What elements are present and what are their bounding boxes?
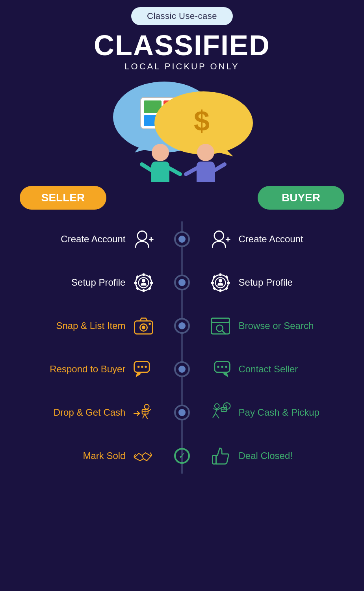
role-labels-row: SELLER BUYER	[0, 186, 364, 210]
svg-point-49	[149, 323, 151, 325]
dot-inner-3	[178, 322, 186, 329]
svg-rect-42	[225, 275, 228, 279]
svg-rect-32	[136, 286, 139, 290]
illustration-svg: $	[84, 80, 280, 182]
step-right-contact: Contact Seller	[209, 357, 348, 381]
svg-rect-37	[219, 273, 222, 276]
dot-3	[174, 318, 190, 334]
seller-snap-label: Snap & List Item	[56, 320, 125, 331]
svg-point-34	[142, 279, 145, 282]
svg-rect-44	[225, 286, 228, 290]
dot-5	[174, 405, 190, 420]
step-center-5	[155, 405, 208, 420]
svg-line-17	[186, 168, 197, 174]
svg-line-16	[215, 164, 225, 170]
dot-6-check: ✓	[174, 448, 190, 464]
app-title: CLASSIFIED	[0, 29, 364, 61]
svg-rect-29	[150, 281, 153, 284]
step-right-setup-profile: Setup Profile	[209, 271, 348, 294]
svg-rect-26	[143, 273, 145, 276]
dot-2	[174, 275, 190, 290]
svg-point-21	[214, 231, 224, 240]
step-center-6: ✓	[155, 448, 208, 464]
buyer-pickup-icon: $	[209, 401, 232, 424]
svg-rect-51	[212, 318, 230, 322]
buyer-setup-profile-label: Setup Profile	[239, 277, 293, 288]
svg-point-63	[225, 366, 227, 368]
step-left-setup-profile: Setup Profile	[16, 271, 155, 294]
buyer-contact-label: Contact Seller	[239, 364, 298, 375]
svg-line-75	[215, 413, 219, 418]
svg-point-48	[142, 325, 145, 329]
svg-point-10	[152, 144, 169, 161]
svg-point-56	[137, 366, 140, 368]
illustration-area: $	[0, 80, 364, 182]
svg-rect-30	[136, 275, 139, 279]
svg-rect-39	[211, 281, 214, 284]
dot-4	[174, 361, 190, 377]
svg-line-12	[142, 164, 151, 170]
step-setup-profile: Setup Profile	[16, 265, 348, 300]
top-pill-container: Classic Use-case	[0, 0, 364, 25]
buyer-create-account-label: Create Account	[239, 234, 303, 245]
classic-use-case-pill: Classic Use-case	[131, 7, 233, 25]
seller-setup-profile-label: Setup Profile	[71, 277, 125, 288]
center-line	[182, 221, 183, 474]
seller-delivery-icon	[132, 401, 155, 424]
svg-rect-43	[212, 286, 216, 290]
svg-rect-28	[134, 281, 137, 284]
step-list-browse: Snap & List Item	[16, 308, 348, 344]
svg-line-83	[142, 455, 143, 458]
svg-marker-60	[223, 372, 228, 377]
timeline-container: Create Account	[0, 221, 364, 474]
svg-line-74	[213, 413, 215, 417]
svg-line-13	[169, 168, 180, 174]
step-right-closed: Deal Closed!	[209, 444, 348, 468]
seller-drop-label: Drop & Get Cash	[54, 407, 126, 418]
svg-line-70	[143, 414, 145, 418]
seller-camera-icon	[132, 314, 155, 338]
svg-marker-55	[136, 372, 141, 377]
buyer-search-icon	[209, 314, 232, 338]
step-left-create-account: Create Account	[16, 227, 155, 251]
buyer-chat-icon	[209, 357, 232, 381]
svg-line-73	[215, 408, 217, 413]
step-create-account: Create Account	[16, 221, 348, 257]
svg-point-58	[145, 366, 147, 368]
buyer-pay-label: Pay Cash & Pickup	[239, 407, 319, 418]
svg-rect-27	[143, 289, 145, 292]
step-left-sold: Mark Sold	[16, 444, 155, 468]
svg-rect-40	[227, 281, 230, 284]
buyer-label: BUYER	[258, 186, 344, 210]
step-center-1	[155, 231, 208, 247]
svg-point-18	[137, 231, 147, 240]
step-center-3	[155, 318, 208, 334]
svg-point-72	[215, 403, 219, 408]
step-left-respond: Respond to Buyer	[16, 357, 155, 381]
buyer-thumbsup-icon	[209, 444, 232, 468]
svg-line-71	[145, 414, 147, 418]
step-cash-pickup: Drop & Get Cash	[16, 395, 348, 430]
svg-point-14	[197, 144, 214, 161]
seller-chat-icon	[132, 357, 155, 381]
dot-inner-1	[178, 236, 186, 243]
svg-rect-31	[148, 275, 152, 279]
seller-setup-profile-icon	[132, 271, 155, 294]
svg-text:$: $	[194, 105, 210, 137]
step-center-2	[155, 275, 208, 290]
svg-rect-41	[212, 275, 216, 279]
step-right-create-account: Create Account	[209, 227, 348, 251]
seller-respond-label: Respond to Buyer	[50, 364, 125, 375]
svg-rect-11	[151, 162, 169, 182]
svg-rect-84	[212, 455, 216, 464]
step-respond-contact: Respond to Buyer	[16, 351, 348, 387]
svg-point-61	[217, 366, 219, 368]
svg-point-57	[141, 366, 143, 368]
svg-point-62	[221, 366, 223, 368]
step-right-browse: Browse or Search	[209, 314, 348, 338]
dot-inner-5	[178, 409, 186, 416]
seller-sold-label: Mark Sold	[83, 450, 125, 461]
app-subtitle: LOCAL PICKUP ONLY	[0, 61, 364, 72]
seller-create-account-icon	[132, 227, 155, 251]
buyer-setup-profile-icon	[209, 271, 232, 294]
